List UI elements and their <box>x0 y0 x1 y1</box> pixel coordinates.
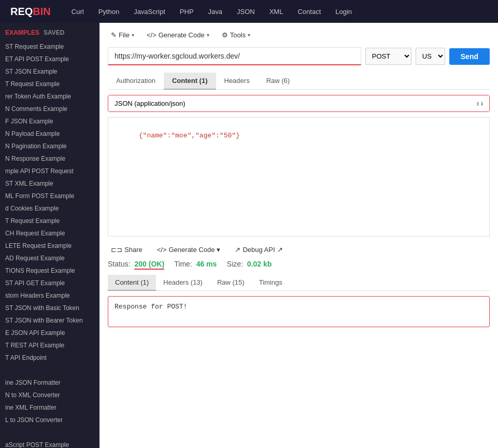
sidebar-item-3[interactable]: T Request Example <box>0 78 99 90</box>
nav-javascript[interactable]: JavaScript <box>134 8 165 16</box>
nav-python[interactable]: Python <box>98 8 119 16</box>
sidebar-item-2[interactable]: ST JSON Example <box>0 65 99 78</box>
sidebar-item-1[interactable]: ET API POST Example <box>0 53 99 65</box>
sidebar-item-31[interactable] <box>0 426 99 439</box>
response-tab-bar: Content (1) Headers (13) Raw (15) Timing… <box>108 275 490 291</box>
response-tab-timings[interactable]: Timings <box>252 275 290 291</box>
generate-code-chevron-icon: ▾ <box>207 32 209 38</box>
region-select[interactable]: US EU <box>416 48 445 65</box>
response-generate-code-label: Generate Code <box>169 246 215 254</box>
status-label: Status: <box>108 260 131 268</box>
sidebar-header: EXAMPLES SAVED <box>0 27 99 40</box>
sidebar-item-18[interactable]: TIONS Request Example <box>0 264 99 277</box>
sidebar-item-9[interactable]: N Response Example <box>0 152 99 165</box>
url-row: POST GET PUT DELETE PATCH US EU Send <box>108 47 490 65</box>
generate-code-label: Generate Code <box>159 31 205 39</box>
nav-json[interactable]: JSON <box>237 8 255 16</box>
sidebar-item-30[interactable]: L to JSON Converter <box>0 414 99 426</box>
sidebar-item-11[interactable]: ST XML Example <box>0 177 99 190</box>
sidebar-item-28[interactable]: N to XML Converter <box>0 389 99 401</box>
response-generate-code-chevron-icon: ▾ <box>217 246 220 254</box>
sidebar-item-22[interactable]: ST JSON with Bearer Token <box>0 314 99 327</box>
sidebar-item-23[interactable]: E JSON API Example <box>0 327 99 339</box>
sidebar-item-10[interactable]: mple API POST Request <box>0 165 99 177</box>
content-type-row: JSON (application/json) Text (text/plain… <box>108 95 490 112</box>
response-tab-headers[interactable]: Headers (13) <box>156 275 210 291</box>
response-generate-code-button[interactable]: </> Generate Code ▾ <box>154 244 224 256</box>
tools-chevron-icon: ▾ <box>248 32 250 38</box>
tab-content[interactable]: Content (1) <box>164 73 216 90</box>
generate-code-button[interactable]: </> Generate Code ▾ <box>144 29 212 41</box>
sidebar-item-15[interactable]: CH Request Example <box>0 227 99 240</box>
sidebar-item-5[interactable]: N Comments Example <box>0 103 99 115</box>
nav-links: Curl Python JavaScript PHP Java JSON XML… <box>72 8 352 16</box>
sidebar-item-6[interactable]: F JSON Example <box>0 115 99 128</box>
tab-authorization[interactable]: Authorization <box>108 73 164 90</box>
sidebar-item-13[interactable]: d Cookies Example <box>0 202 99 215</box>
content-type-wrapper: JSON (application/json) Text (text/plain… <box>108 95 490 112</box>
method-select[interactable]: POST GET PUT DELETE PATCH <box>365 48 411 65</box>
share-icon: ⊏⊐ <box>111 246 122 254</box>
status-value: 200 (OK) <box>134 260 164 268</box>
debug-api-label: Debug API <box>243 246 275 254</box>
main-layout: EXAMPLES SAVED ST Request Example ET API… <box>0 23 498 448</box>
file-chevron-icon: ▾ <box>132 32 134 38</box>
debug-api-button[interactable]: ↗ Debug API ↗ <box>232 244 286 256</box>
url-input[interactable] <box>108 47 361 65</box>
response-code-icon: </> <box>157 246 167 254</box>
top-navigation: REQBIN Curl Python JavaScript PHP Java J… <box>0 0 498 23</box>
sidebar-item-20[interactable]: stom Headers Example <box>0 289 99 302</box>
sidebar-examples-label: EXAMPLES <box>5 29 39 36</box>
nav-login[interactable]: Login <box>335 8 352 16</box>
nav-contact[interactable]: Contact <box>297 8 321 16</box>
response-tab-raw[interactable]: Raw (15) <box>210 275 252 291</box>
tab-raw[interactable]: Raw (6) <box>258 73 298 90</box>
file-icon: ✎ <box>111 31 117 39</box>
share-label: Share <box>124 246 143 254</box>
code-icon: </> <box>147 31 156 39</box>
body-editor[interactable]: {"name":"moe","age":"50"} <box>108 117 490 236</box>
size-label: Size: <box>227 260 243 268</box>
nav-xml[interactable]: XML <box>269 8 283 16</box>
share-button[interactable]: ⊏⊐ Share <box>108 244 146 256</box>
nav-php[interactable]: PHP <box>180 8 194 16</box>
logo-req: REQ <box>10 6 33 17</box>
response-content: Response for POST! <box>115 303 187 311</box>
body-content: {"name":"moe","age":"50"} <box>139 132 240 139</box>
debug-external-icon: ↗ <box>277 246 283 254</box>
debug-api-icon: ↗ <box>235 246 240 254</box>
sidebar-item-29[interactable]: ine XML Formatter <box>0 401 99 414</box>
logo-bin: BIN <box>33 6 50 17</box>
sidebar-item-21[interactable]: ST JSON with Basic Token <box>0 302 99 314</box>
sidebar-item-0[interactable]: ST Request Example <box>0 40 99 53</box>
sidebar-item-24[interactable]: T REST API Example <box>0 339 99 352</box>
sidebar-item-19[interactable]: ST API GET Example <box>0 277 99 289</box>
sidebar-item-16[interactable]: LETE Request Example <box>0 240 99 252</box>
status-bar: Status: 200 (OK) Time: 46 ms Size: 0.02 … <box>108 260 490 270</box>
sidebar-item-7[interactable]: N Payload Example <box>0 128 99 140</box>
sidebar-item-4[interactable]: rer Token Auth Example <box>0 90 99 103</box>
sidebar-item-27[interactable]: ine JSON Formatter <box>0 376 99 389</box>
sidebar-item-12[interactable]: ML Form POST Example <box>0 190 99 202</box>
sidebar-item-32[interactable]: aScript POST Example <box>0 439 99 448</box>
time-label: Time: <box>174 260 192 268</box>
logo[interactable]: REQBIN <box>10 6 51 18</box>
sidebar-item-8[interactable]: N Pagination Example <box>0 140 99 152</box>
nav-curl[interactable]: Curl <box>72 8 84 16</box>
content-type-select[interactable]: JSON (application/json) Text (text/plain… <box>108 95 489 111</box>
file-button[interactable]: ✎ File ▾ <box>108 29 137 41</box>
size-value: 0.02 kb <box>247 260 272 268</box>
sidebar-item-14[interactable]: T Request Example <box>0 215 99 227</box>
tools-button[interactable]: ⚙ Tools ▾ <box>219 29 253 41</box>
tools-icon: ⚙ <box>222 31 228 39</box>
response-body: Response for POST! <box>108 296 490 327</box>
tab-headers[interactable]: Headers <box>216 73 258 90</box>
sidebar-item-26[interactable] <box>0 364 99 376</box>
sidebar-item-25[interactable]: T API Endpoint <box>0 352 99 364</box>
response-toolbar: ⊏⊐ Share </> Generate Code ▾ ↗ Debug API… <box>108 244 490 256</box>
sidebar-item-17[interactable]: AD Request Example <box>0 252 99 264</box>
send-button[interactable]: Send <box>449 48 490 65</box>
nav-java[interactable]: Java <box>208 8 222 16</box>
response-tab-content[interactable]: Content (1) <box>108 275 156 291</box>
content-area: ✎ File ▾ </> Generate Code ▾ ⚙ Tools ▾ P… <box>99 23 498 448</box>
